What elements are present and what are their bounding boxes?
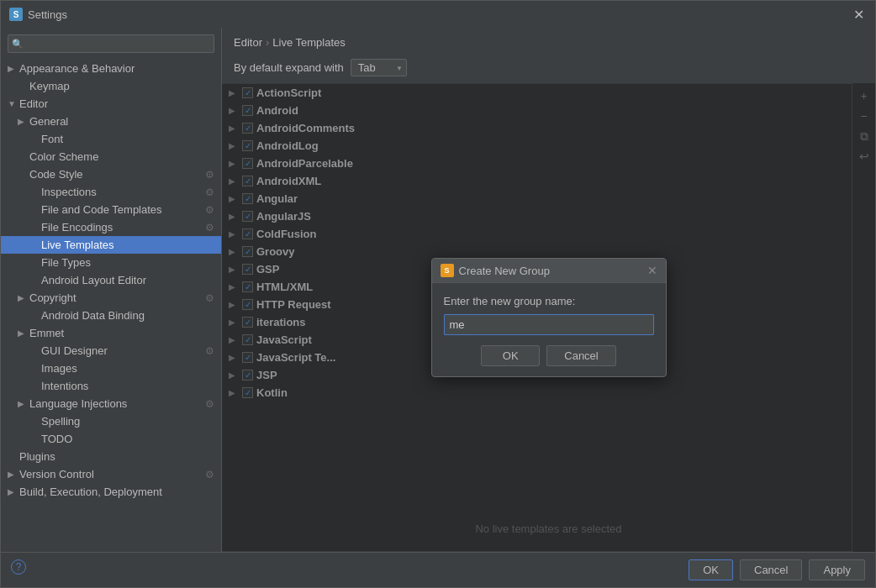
settings-icon: ⚙ — [205, 469, 214, 480]
sidebar-item-label: File Encodings — [41, 221, 113, 234]
sidebar-item-intentions[interactable]: Intentions — [1, 377, 221, 395]
sidebar-item-label: TODO — [41, 433, 72, 445]
title-bar: S Settings ✕ — [1, 1, 875, 28]
expand-with-row: By default expand with Tab Enter Space — [222, 55, 875, 83]
sidebar-item-label: Language Injections — [29, 397, 127, 410]
settings-icon: ⚙ — [205, 169, 214, 181]
cancel-button[interactable]: Cancel — [740, 559, 802, 580]
search-input[interactable] — [8, 34, 214, 53]
sidebar-item-label: Plugins — [19, 450, 55, 463]
app-icon: S — [9, 8, 23, 21]
sidebar-item-spelling[interactable]: Spelling — [1, 412, 221, 430]
settings-icon: ⚙ — [205, 204, 214, 216]
apply-button[interactable]: Apply — [809, 559, 865, 580]
sidebar-item-label: Font — [41, 133, 63, 145]
dialog-title-bar: S Create New Group ✕ — [432, 259, 666, 283]
sidebar-item-label: File and Code Templates — [41, 203, 162, 216]
dialog-title-left: S Create New Group — [441, 264, 550, 277]
settings-icon: ⚙ — [205, 186, 214, 198]
sidebar-item-android-layout-editor[interactable]: Android Layout Editor — [1, 271, 221, 289]
sidebar-item-android-data-binding[interactable]: Android Data Binding — [1, 307, 221, 324]
expand-icon: ▶ — [8, 487, 16, 496]
breadcrumb-current: Live Templates — [272, 36, 345, 49]
sidebar-item-appearance[interactable]: ▶ Appearance & Behavior — [1, 60, 221, 77]
sidebar-item-label: Code Style — [29, 168, 83, 181]
dialog-overlay: S Create New Group ✕ Enter the new group… — [222, 83, 875, 552]
expand-with-select-wrapper[interactable]: Tab Enter Space — [351, 59, 407, 76]
sidebar: 🔍 ▶ Appearance & Behavior Keymap ▼ Edito… — [1, 28, 222, 552]
expand-icon: ▶ — [18, 399, 26, 408]
bottom-bar: ? OK Cancel Apply — [1, 552, 875, 587]
sidebar-item-label: Spelling — [41, 415, 80, 428]
sidebar-item-label: GUI Designer — [41, 344, 108, 357]
sidebar-item-file-encodings[interactable]: File Encodings ⚙ — [1, 218, 221, 236]
sidebar-item-label: File Types — [41, 256, 91, 269]
settings-icon: ⚙ — [205, 345, 214, 357]
sidebar-item-label: Color Scheme — [29, 150, 98, 163]
sidebar-item-version-control[interactable]: ▶ Version Control ⚙ — [1, 465, 221, 483]
title-bar-left: S Settings — [9, 8, 67, 21]
dialog-title: Create New Group — [459, 265, 550, 277]
breadcrumb: Editor › Live Templates — [222, 28, 875, 55]
sidebar-item-images[interactable]: Images — [1, 360, 221, 377]
sidebar-item-code-style[interactable]: Code Style ⚙ — [1, 165, 221, 183]
sidebar-item-keymap[interactable]: Keymap — [1, 77, 221, 95]
breadcrumb-parent: Editor — [234, 36, 262, 49]
sidebar-item-copyright[interactable]: ▶ Copyright ⚙ — [1, 289, 221, 307]
expand-with-label: By default expand with — [234, 61, 344, 74]
content-area: Editor › Live Templates By default expan… — [222, 28, 875, 552]
expand-with-select[interactable]: Tab Enter Space — [351, 59, 407, 76]
dialog-name-input[interactable] — [444, 314, 654, 335]
sidebar-item-label: Android Data Binding — [41, 309, 145, 322]
settings-window: S Settings ✕ 🔍 ▶ Appearance & Behavior K… — [0, 0, 876, 588]
expand-icon: ▼ — [8, 99, 16, 108]
settings-icon: ⚙ — [205, 222, 214, 234]
sidebar-item-build-execution[interactable]: ▶ Build, Execution, Deployment — [1, 483, 221, 501]
templates-list-area: ▶ ✓ ActionScript ▶ ✓ Android ▶ ✓ Android… — [222, 83, 875, 552]
create-group-dialog: S Create New Group ✕ Enter the new group… — [431, 258, 667, 377]
sidebar-item-todo[interactable]: TODO — [1, 430, 221, 448]
dialog-ok-button[interactable]: OK — [481, 345, 540, 366]
expand-icon: ▶ — [18, 117, 26, 126]
expand-icon: ▶ — [8, 64, 16, 73]
window-title: Settings — [28, 8, 67, 21]
dialog-body: Enter the new group name: OK Cancel — [432, 283, 666, 376]
sidebar-item-label: General — [29, 115, 68, 128]
sidebar-item-label: Keymap — [29, 80, 70, 92]
sidebar-item-font[interactable]: Font — [1, 130, 221, 148]
close-button[interactable]: ✕ — [850, 6, 867, 23]
dialog-close-button[interactable]: ✕ — [647, 264, 657, 277]
sidebar-item-language-injections[interactable]: ▶ Language Injections ⚙ — [1, 395, 221, 412]
sidebar-item-label: Intentions — [41, 380, 88, 392]
search-icon: 🔍 — [12, 39, 24, 50]
search-box[interactable]: 🔍 — [8, 34, 214, 53]
sidebar-item-inspections[interactable]: Inspections ⚙ — [1, 183, 221, 201]
settings-icon: ⚙ — [205, 292, 214, 304]
sidebar-item-label: Android Layout Editor — [41, 274, 146, 286]
sidebar-item-file-code-templates[interactable]: File and Code Templates ⚙ — [1, 201, 221, 218]
sidebar-item-label: Live Templates — [41, 239, 113, 251]
settings-icon: ⚙ — [205, 398, 214, 410]
sidebar-item-editor[interactable]: ▼ Editor — [1, 95, 221, 113]
help-button[interactable]: ? — [11, 559, 26, 575]
sidebar-item-gui-designer[interactable]: GUI Designer ⚙ — [1, 342, 221, 360]
sidebar-item-label: Emmet — [29, 327, 64, 339]
sidebar-item-color-scheme[interactable]: Color Scheme — [1, 148, 221, 165]
breadcrumb-separator: › — [266, 36, 269, 49]
dialog-cancel-button[interactable]: Cancel — [546, 345, 615, 366]
sidebar-item-file-types[interactable]: File Types — [1, 254, 221, 271]
expand-icon: ▶ — [8, 470, 16, 479]
sidebar-item-label: Images — [41, 362, 77, 375]
ok-button[interactable]: OK — [689, 559, 733, 580]
sidebar-item-plugins[interactable]: Plugins — [1, 448, 221, 465]
sidebar-item-label: Version Control — [19, 468, 94, 480]
sidebar-item-label: Copyright — [29, 291, 77, 304]
expand-icon: ▶ — [18, 293, 26, 302]
dialog-buttons: OK Cancel — [444, 345, 654, 366]
sidebar-item-label: Appearance & Behavior — [19, 62, 135, 75]
main-content: 🔍 ▶ Appearance & Behavior Keymap ▼ Edito… — [1, 28, 875, 552]
expand-icon: ▶ — [18, 328, 26, 338]
sidebar-item-general[interactable]: ▶ General — [1, 113, 221, 130]
sidebar-item-live-templates[interactable]: Live Templates — [1, 236, 221, 254]
sidebar-item-emmet[interactable]: ▶ Emmet — [1, 324, 221, 342]
